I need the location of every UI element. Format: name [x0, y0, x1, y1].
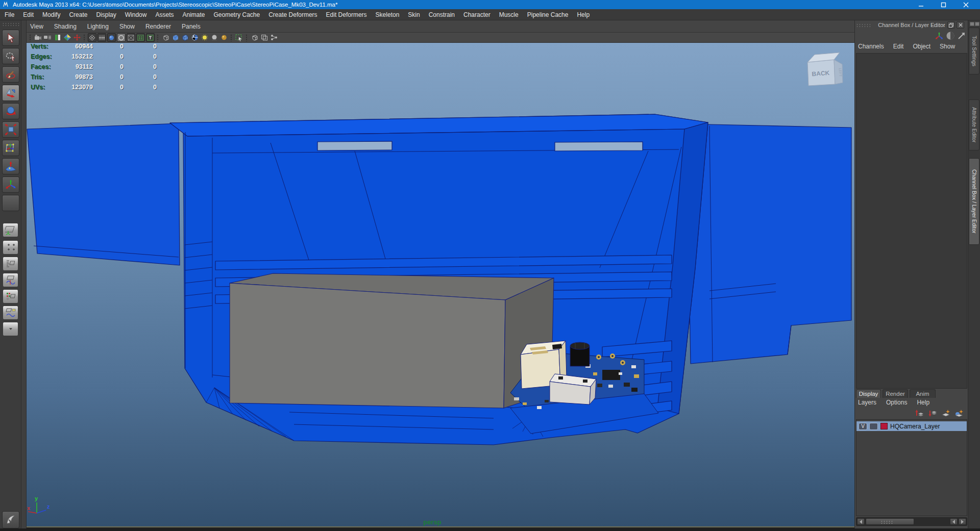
layer-help-menu[interactable]: Help: [917, 399, 929, 406]
menu-geometry-cache[interactable]: Geometry Cache: [214, 11, 260, 18]
channel-box-content[interactable]: [856, 53, 967, 389]
new-empty-layer-icon[interactable]: [940, 408, 952, 418]
panelmenu-shading[interactable]: Shading: [54, 23, 77, 30]
layout-persp-graph-button[interactable]: [3, 273, 18, 287]
scroll-left-button-2[interactable]: [950, 518, 958, 525]
camera-attributes-icon[interactable]: [43, 33, 52, 42]
two-d-pan-zoom-icon[interactable]: [72, 33, 81, 42]
scale-tool-button[interactable]: [2, 121, 19, 138]
last-tool-button[interactable]: [2, 195, 19, 211]
field-chart-icon[interactable]: [127, 33, 135, 42]
menu-constrain[interactable]: Constrain: [429, 11, 455, 18]
soft-modification-tool-button[interactable]: [2, 158, 19, 174]
toolbox-grip[interactable]: [2, 22, 19, 27]
close-panel-button[interactable]: [957, 21, 964, 29]
menu-file[interactable]: File: [5, 11, 14, 18]
smooth-shade-icon[interactable]: [171, 33, 180, 42]
viewport-canvas[interactable]: BACK LEFT y x z persp: [27, 43, 854, 527]
minimize-button[interactable]: [910, 0, 932, 9]
panelmenu-show[interactable]: Show: [119, 23, 135, 30]
float-panel-button[interactable]: [947, 21, 955, 29]
menu-edit[interactable]: Edit: [23, 11, 34, 18]
selection-highlight-icon[interactable]: [235, 33, 243, 42]
view-cube-front-label[interactable]: BACK: [812, 69, 830, 78]
panelmenu-lighting[interactable]: Lighting: [87, 23, 109, 30]
menu-modify[interactable]: Modify: [42, 11, 60, 18]
dock-mini-icon[interactable]: [975, 22, 979, 26]
maximize-button[interactable]: [932, 0, 954, 9]
tab-attribute-editor[interactable]: Attribute Editor: [969, 99, 979, 150]
menu-window[interactable]: Window: [125, 11, 147, 18]
isolate-select-icon[interactable]: [250, 33, 259, 42]
layer-display-type-toggle[interactable]: [869, 423, 878, 430]
gray-box-model[interactable]: [230, 273, 554, 408]
scrollbar-thumb[interactable]: [866, 518, 914, 525]
use-all-lights-icon[interactable]: [200, 33, 209, 42]
menu-skeleton[interactable]: Skeleton: [376, 11, 400, 18]
safe-action-icon[interactable]: [136, 33, 145, 42]
move-tool-button[interactable]: [2, 85, 19, 101]
cb-edit-menu[interactable]: Edit: [893, 43, 904, 52]
layer-visibility-toggle[interactable]: V: [859, 423, 867, 430]
menu-create[interactable]: Create: [69, 11, 87, 18]
tab-render[interactable]: Render: [883, 389, 908, 398]
wireframe-icon[interactable]: [161, 33, 170, 42]
channels-menu[interactable]: Channels: [858, 43, 884, 52]
input-connections-icon[interactable]: [270, 33, 278, 42]
tab-display[interactable]: Display: [856, 389, 881, 398]
view-cube-side-label[interactable]: LEFT: [838, 68, 842, 77]
menu-pipeline-cache[interactable]: Pipeline Cache: [527, 11, 569, 18]
wireframe-on-shaded-icon[interactable]: [181, 33, 189, 42]
layout-outliner-persp-button[interactable]: [3, 257, 18, 271]
view-cube[interactable]: BACK LEFT: [807, 53, 843, 86]
textured-icon[interactable]: [190, 33, 199, 42]
layout-dropdown-button[interactable]: [3, 322, 18, 336]
layer-color-swatch[interactable]: [880, 423, 888, 429]
bookmark-icon[interactable]: [53, 33, 62, 42]
shadows-icon[interactable]: [210, 33, 218, 42]
scroll-left-button[interactable]: [857, 518, 865, 525]
xray-icon[interactable]: [260, 33, 268, 42]
screen-space-ao-icon[interactable]: [219, 33, 228, 42]
layer-row[interactable]: V HQCamera_Layer: [856, 421, 967, 431]
rotate-tool-button[interactable]: [2, 103, 19, 119]
close-button[interactable]: [954, 0, 977, 9]
move-layer-down-icon[interactable]: [926, 408, 939, 418]
film-gate-icon[interactable]: [97, 33, 106, 42]
layers-menu[interactable]: Layers: [858, 399, 876, 406]
scroll-right-button[interactable]: [959, 518, 966, 525]
select-camera-icon[interactable]: [34, 33, 42, 42]
layer-options-menu[interactable]: Options: [886, 399, 907, 406]
object-menu[interactable]: Object: [913, 43, 930, 52]
move-layer-up-icon[interactable]: [913, 408, 925, 418]
perspective-viewport[interactable]: BACK LEFT y x z persp Verts: 60944 0 0 E…: [27, 43, 854, 527]
grid-icon[interactable]: [88, 33, 96, 42]
contrast-icon[interactable]: [946, 31, 955, 42]
image-plane-icon[interactable]: [63, 33, 71, 42]
gate-mask-icon[interactable]: [117, 33, 126, 42]
breakdown-arrow-icon[interactable]: [957, 31, 966, 42]
layout-persp-outliner-graph-button[interactable]: [3, 306, 18, 320]
menu-assets[interactable]: Assets: [155, 11, 174, 18]
layout-four-pane-button[interactable]: [3, 240, 18, 255]
maya-home-button[interactable]: [2, 511, 19, 528]
safe-title-icon[interactable]: [146, 33, 155, 42]
layer-list[interactable]: V HQCamera_Layer: [856, 419, 967, 516]
tab-channel-box-layer-editor[interactable]: Channel Box / Layer Editor: [969, 158, 979, 245]
resolution-gate-icon[interactable]: [107, 33, 116, 42]
dock-mini-icon[interactable]: [970, 22, 974, 26]
menu-display[interactable]: Display: [96, 11, 116, 18]
menu-animate[interactable]: Animate: [182, 11, 205, 18]
panelmenu-view[interactable]: View: [30, 23, 43, 30]
lasso-select-tool-button[interactable]: [2, 48, 19, 64]
move-axis-icon[interactable]: [935, 32, 944, 43]
show-manipulator-tool-button[interactable]: [2, 176, 19, 193]
menu-create-deformers[interactable]: Create Deformers: [268, 11, 317, 18]
tab-anim[interactable]: Anim: [910, 389, 936, 398]
layer-horizontal-scrollbar[interactable]: [856, 517, 967, 526]
menu-edit-deformers[interactable]: Edit Deformers: [326, 11, 367, 18]
layout-single-pane-button[interactable]: [3, 223, 18, 237]
menu-skin[interactable]: Skin: [408, 11, 420, 18]
paint-select-tool-button[interactable]: [2, 66, 19, 83]
universal-manipulator-tool-button[interactable]: [2, 140, 19, 156]
